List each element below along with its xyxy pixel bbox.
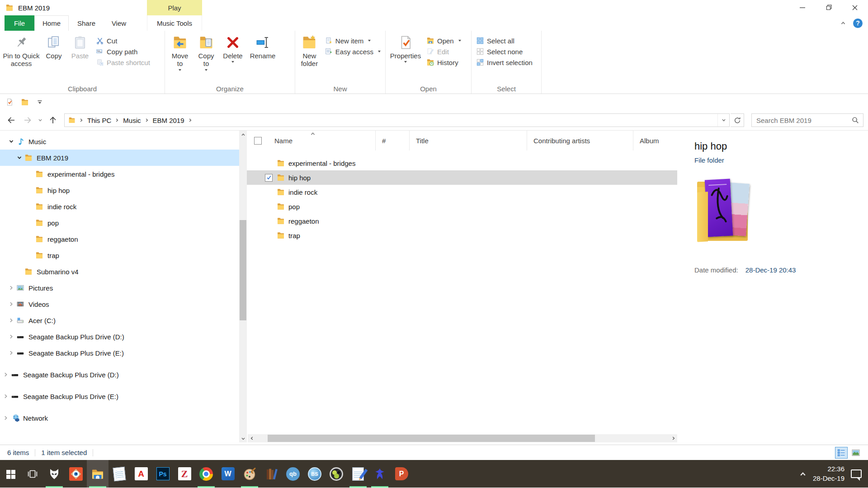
file-row-hip-hop[interactable]: hip hop — [247, 170, 677, 185]
taskbar-spheres-app[interactable] — [326, 460, 347, 488]
start-button[interactable] — [0, 460, 22, 488]
tab-share[interactable]: Share — [69, 15, 104, 31]
taskbar-bsplayer[interactable]: BS — [304, 460, 326, 488]
chevron-right-icon[interactable] — [1, 394, 11, 399]
taskbar-wordpad[interactable] — [347, 460, 369, 488]
taskbar-image-viewer[interactable] — [65, 460, 87, 488]
new-folder-button[interactable]: New folder — [297, 33, 322, 68]
up-button[interactable] — [45, 113, 61, 127]
scroll-up-icon[interactable] — [239, 131, 247, 138]
collapse-ribbon-icon[interactable] — [840, 20, 846, 26]
tree-item-seagate-d[interactable]: Seagate Backup Plus Drive (D:) — [0, 328, 247, 345]
tree-item-videos[interactable]: Videos — [0, 296, 247, 312]
copy-path-button[interactable]: Copy path — [93, 46, 153, 57]
taskbar-paint[interactable] — [239, 460, 260, 488]
tree-item-seagate-e-root[interactable]: Seagate Backup Plus Drive (E:) — [0, 388, 247, 404]
tree-item-pop[interactable]: pop — [0, 215, 247, 231]
column-header-album[interactable]: Album — [633, 131, 677, 150]
chevron-right-icon[interactable] — [6, 350, 16, 356]
breadcrumb-ebm-2019[interactable]: EBM 2019 — [150, 117, 187, 124]
tree-item-ebm-2019[interactable]: EBM 2019 — [0, 150, 247, 166]
chevron-right-icon[interactable] — [6, 285, 16, 291]
column-header-name[interactable]: Name — [247, 131, 376, 150]
chevron-right-icon[interactable] — [6, 318, 16, 323]
select-all-checkbox[interactable] — [254, 137, 262, 145]
horizontal-scrollbar[interactable] — [248, 434, 677, 442]
action-center-icon[interactable] — [851, 469, 862, 478]
file-row-experimental-bridges[interactable]: experimental - bridges — [247, 156, 677, 170]
taskbar-zotero[interactable]: Z — [174, 460, 195, 488]
file-row-indie-rock[interactable]: indie rock — [247, 185, 677, 199]
new-folder-quick-icon[interactable] — [21, 98, 29, 106]
open-button[interactable]: Open — [424, 35, 464, 46]
tree-item-hip-hop[interactable]: hip hop — [0, 182, 247, 198]
close-button[interactable] — [842, 0, 868, 15]
chevron-right-icon[interactable] — [187, 118, 193, 122]
customize-toolbar-icon[interactable] — [36, 99, 43, 106]
pin-to-quick-access-button[interactable]: Pin to Quick access — [2, 33, 41, 68]
file-row-trap[interactable]: trap — [247, 228, 677, 243]
minimize-button[interactable] — [789, 0, 816, 15]
tree-item-music[interactable]: Music — [0, 133, 247, 150]
move-to-button[interactable]: Move to — [167, 33, 193, 71]
chevron-down-icon[interactable] — [14, 155, 24, 160]
scrollbar-thumb[interactable] — [268, 435, 595, 442]
tree-item-submarino-v4[interactable]: Submarino v4 — [0, 263, 247, 280]
tree-item-seagate-e[interactable]: Seagate Backup Plus Drive (E:) — [0, 345, 247, 361]
column-header-contributing-artists[interactable]: Contributing artists — [527, 131, 633, 150]
properties-button[interactable]: Properties — [387, 33, 424, 63]
tree-item-trap[interactable]: trap — [0, 247, 247, 263]
chevron-right-icon[interactable] — [1, 415, 11, 421]
scroll-right-icon[interactable] — [670, 434, 677, 442]
tab-music-tools[interactable]: Music Tools — [147, 15, 202, 31]
select-none-button[interactable]: Select none — [473, 46, 535, 57]
search-input[interactable] — [752, 117, 848, 124]
tree-item-indie-rock[interactable]: indie rock — [0, 198, 247, 215]
taskbar-file-explorer[interactable] — [87, 460, 108, 488]
copy-to-button[interactable]: Copy to — [193, 33, 219, 71]
breadcrumb-music[interactable]: Music — [120, 117, 143, 124]
chevron-right-icon[interactable] — [144, 118, 150, 122]
tab-home[interactable]: Home — [34, 15, 69, 31]
scroll-left-icon[interactable] — [248, 434, 255, 442]
chevron-right-icon[interactable] — [6, 334, 16, 339]
cut-button[interactable]: Cut — [93, 35, 153, 46]
tree-item-acer-c[interactable]: Acer (C:) — [0, 312, 247, 328]
tree-item-network[interactable]: Network — [0, 410, 247, 426]
invert-selection-button[interactable]: Invert selection — [473, 57, 535, 68]
file-row-reggaeton[interactable]: reggaeton — [247, 214, 677, 228]
properties-quick-icon[interactable] — [5, 98, 14, 106]
taskbar-phoenix-bird[interactable] — [369, 460, 391, 488]
delete-button[interactable]: Delete — [219, 33, 246, 63]
taskbar-acrobat[interactable]: A — [130, 460, 152, 488]
chevron-down-icon[interactable] — [6, 139, 16, 144]
easy-access-button[interactable]: Easy access — [322, 46, 383, 57]
thumbnails-view-button[interactable] — [850, 447, 862, 458]
chevron-right-icon[interactable] — [6, 301, 16, 307]
copy-button[interactable]: Copy — [41, 33, 67, 60]
tab-view[interactable]: View — [104, 15, 134, 31]
search-icon[interactable] — [848, 116, 863, 124]
scrollbar-thumb[interactable] — [240, 220, 246, 320]
breadcrumb-this-pc[interactable]: This PC — [85, 117, 114, 124]
row-checkbox-checked[interactable] — [265, 174, 273, 182]
address-bar[interactable]: This PC Music EBM 2019 — [64, 113, 730, 127]
taskbar-photoshop[interactable]: Ps — [152, 460, 174, 488]
taskbar-qbittorrent[interactable]: qb — [282, 460, 304, 488]
chevron-right-icon[interactable] — [1, 372, 11, 377]
tree-vertical-scrollbar[interactable] — [239, 131, 247, 442]
tree-item-reggaeton[interactable]: reggaeton — [0, 231, 247, 247]
tree-item-experimental-bridges[interactable]: experimental - bridges — [0, 166, 247, 182]
taskbar-clock[interactable]: 22:36 28-Dec-19 — [813, 465, 844, 483]
scroll-down-icon[interactable] — [239, 435, 247, 442]
file-row-pop[interactable]: pop — [247, 199, 677, 214]
back-button[interactable] — [4, 113, 19, 127]
address-dropdown-icon[interactable] — [717, 114, 729, 127]
chevron-right-icon[interactable] — [114, 118, 120, 122]
tab-file[interactable]: File — [5, 15, 34, 31]
taskbar-word[interactable]: W — [217, 460, 239, 488]
refresh-button[interactable] — [731, 113, 744, 127]
taskbar-calibre[interactable] — [260, 460, 282, 488]
taskbar-notepad[interactable] — [108, 460, 130, 488]
recent-locations-icon[interactable] — [36, 113, 44, 127]
